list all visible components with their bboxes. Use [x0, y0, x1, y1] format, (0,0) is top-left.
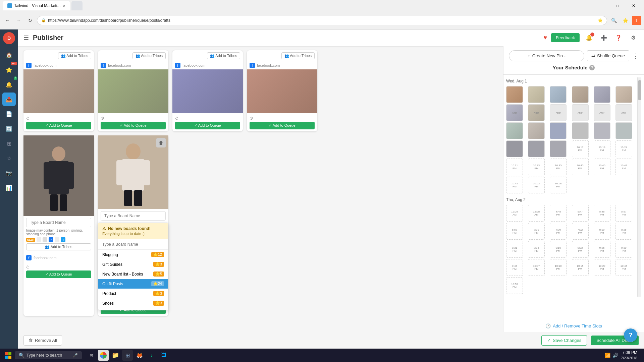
slot-wed-15[interactable] — [550, 122, 567, 139]
tab-close-icon[interactable]: ✕ — [63, 4, 65, 8]
slot-wed-4[interactable] — [572, 86, 589, 103]
taskbar-wifi[interactable]: 📶 — [605, 353, 610, 358]
notification-button[interactable]: 🔔 — [584, 33, 594, 43]
slot-thu-12[interactable]: 8:25PM — [615, 223, 632, 240]
more-options-button[interactable]: ⋮ — [632, 52, 639, 60]
slot-wed-12[interactable]: After — [615, 104, 632, 121]
slot-thu-8[interactable]: 7:01PM — [528, 223, 545, 240]
extension-icon2[interactable]: T — [632, 16, 641, 25]
help-button[interactable]: ❓ — [613, 33, 624, 43]
maximize-button[interactable]: □ — [610, 0, 625, 11]
slot-wed-9[interactable]: After — [550, 104, 567, 121]
slot-wed-2[interactable] — [528, 86, 545, 103]
slot-thu-17[interactable]: 9:25PM — [594, 241, 610, 258]
sidebar-item-instagram[interactable]: 📷 — [2, 166, 16, 180]
tw-share-1[interactable]: t — [61, 237, 65, 242]
floating-help-button[interactable]: ? — [624, 328, 637, 342]
hamburger-menu[interactable]: ☰ — [23, 34, 29, 42]
slot-wed-14[interactable] — [528, 122, 545, 139]
add-tribes-btn-1[interactable]: 👥 Add to Tribes — [58, 52, 91, 59]
forward-button[interactable]: → — [14, 16, 23, 25]
save-changes-button[interactable]: ✓ Save Changes — [541, 335, 587, 346]
back-button[interactable]: ← — [3, 16, 12, 25]
taskbar-volume[interactable]: 🔊 — [612, 353, 618, 358]
search-bar-icon[interactable]: 🔍 — [609, 16, 619, 25]
sidebar-item-new[interactable]: 🔔 — [2, 78, 16, 91]
board-item-shoes[interactable]: Shoes ⭐3 — [98, 298, 168, 308]
reload-button[interactable]: ↻ — [25, 16, 35, 25]
taskbar-search-box[interactable]: 🔍 Type here to search 🎤 — [15, 351, 82, 359]
slot-wed-10[interactable]: After — [572, 104, 589, 121]
slot-thu-13[interactable]: 8:31PM — [506, 241, 523, 258]
slot-wed-32[interactable]: 10:53PM — [528, 177, 545, 193]
add-to-queue-btn-2[interactable]: ✓ Add to Queue — [101, 122, 166, 129]
fb-share-1[interactable]: f — [49, 237, 53, 242]
slot-wed-33[interactable]: 10:58PM — [550, 177, 567, 193]
slot-wed-25[interactable]: 10:31PM — [506, 159, 523, 175]
active-tab[interactable]: Tailwind - Visual Marketi... ✕ — [3, 1, 70, 10]
create-pin-button[interactable]: + Create New Pin - — [509, 50, 584, 61]
board-input-1[interactable] — [26, 218, 91, 227]
extension-icon1[interactable]: ⭐ — [621, 16, 630, 25]
slot-wed-19[interactable] — [506, 140, 523, 157]
slot-thu-25[interactable]: 10:58PM — [506, 277, 523, 294]
board-item-newbooks[interactable]: New Board list - Books ⭐5 — [98, 269, 168, 279]
scrollbar-thumb[interactable] — [638, 80, 641, 100]
slot-thu-7[interactable]: 5:58PM — [506, 223, 523, 240]
slot-thu-22[interactable]: 10:15PM — [572, 259, 589, 276]
sidebar-item-drafts[interactable]: 📄 — [2, 107, 16, 121]
board-item-blogging[interactable]: Blogging ⭐12 — [98, 250, 168, 259]
add-tribes-btn-3[interactable]: 👥 Add to Tribes — [207, 52, 240, 59]
windows-start-button[interactable] — [3, 350, 13, 361]
slot-thu-5[interactable]: 5:48PM — [594, 205, 610, 222]
add-to-queue-main-1[interactable]: ✓ Add to Queue — [26, 270, 91, 278]
slot-wed-22[interactable]: 10:17PM — [572, 140, 589, 157]
add-tribes-btn-2[interactable]: 👥 Add to Tribes — [132, 52, 166, 59]
taskbar-app3[interactable]: ♪ — [146, 350, 157, 361]
inactive-tab[interactable]: + — [71, 1, 83, 10]
slot-thu-20[interactable]: 10:07PM — [528, 259, 545, 276]
slot-wed-11[interactable]: After — [594, 104, 610, 121]
feedback-button[interactable]: Feedback — [551, 33, 580, 42]
taskbar-explorer[interactable]: 📁 — [110, 350, 121, 361]
slot-thu-14[interactable]: 8:35PM — [528, 241, 545, 258]
taskbar-task-view[interactable]: ⊟ — [86, 350, 97, 361]
slot-wed-20[interactable] — [528, 140, 545, 157]
slot-wed-8[interactable]: After — [528, 104, 545, 121]
address-bar[interactable]: 🔒 https://www.tailwindapp.com/dashboard/… — [37, 16, 607, 25]
schedule-scrollbar[interactable] — [637, 77, 641, 297]
heart-button[interactable]: ♥ — [543, 34, 547, 41]
slot-wed-5[interactable] — [594, 86, 610, 103]
slot-wed-27[interactable]: 10:35PM — [550, 159, 567, 175]
slot-wed-3[interactable] — [550, 86, 567, 103]
slot-wed-18[interactable] — [615, 122, 632, 139]
taskbar-chrome[interactable] — [98, 350, 109, 361]
slot-wed-16[interactable] — [572, 122, 589, 139]
slot-wed-17[interactable] — [594, 122, 610, 139]
board-item-giftguides[interactable]: Gift Guides ⭐3 — [98, 259, 168, 269]
checkbox-1[interactable] — [37, 237, 41, 242]
checkbox-3[interactable] — [55, 237, 59, 242]
slot-thu-15[interactable]: 9:16PM — [550, 241, 567, 258]
taskbar-photos[interactable]: 🖼 — [158, 350, 169, 361]
slot-thu-9[interactable]: 7:09PM — [550, 223, 567, 240]
slot-wed-13[interactable] — [506, 122, 523, 139]
taskbar-show-desktop[interactable] — [640, 350, 641, 361]
taskbar-datetime[interactable]: 7:09 PM 7/23/2018 — [621, 350, 637, 361]
checkbox-2[interactable] — [43, 237, 47, 242]
sidebar-item-home[interactable]: 🏠 — [2, 48, 16, 62]
slot-wed-24[interactable]: 10:24PM — [615, 140, 632, 157]
slot-wed-29[interactable]: 10:40PM — [594, 159, 610, 175]
minimize-button[interactable]: ─ — [594, 0, 609, 11]
slot-wed-21[interactable] — [550, 140, 567, 157]
shuffle-button[interactable]: ⇄ Shuffle Queue — [587, 50, 629, 61]
add-to-queue-btn-3[interactable]: ✓ Add to Queue — [175, 122, 240, 129]
slot-thu-1[interactable]: 12:09AM — [506, 205, 523, 222]
slot-thu-3[interactable]: 4:48PM — [550, 205, 567, 222]
slot-thu-4[interactable]: 5:47PM — [572, 205, 589, 222]
add-button[interactable]: ➕ — [598, 33, 609, 43]
settings-button[interactable]: ⚙ — [628, 33, 639, 43]
slot-thu-11[interactable]: 8:19PM — [594, 223, 610, 240]
slot-thu-6[interactable]: 5:57PM — [615, 205, 632, 222]
add-to-queue-btn-4[interactable]: ✓ Add to Queue — [250, 122, 315, 129]
